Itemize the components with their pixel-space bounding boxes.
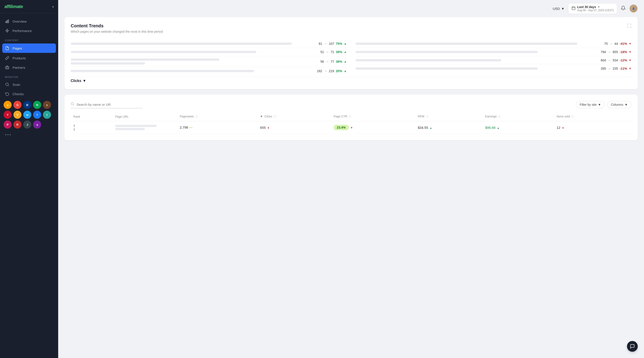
sidebar-item-checks-label: Checks	[12, 92, 24, 96]
partner-icon-amazon[interactable]: a	[4, 101, 12, 109]
table-header-row: Rank Page URL Pageviews ⓘ ▼ Cl	[71, 113, 632, 121]
trend-down-icon: ▼	[629, 42, 632, 45]
topbar: USD ▼ Last 30 days ▼ Aug 08 - Sep 07, 20…	[58, 0, 644, 17]
partner-icon-n6[interactable]: f	[33, 111, 41, 119]
pageviews-dash-icon: —	[189, 125, 193, 129]
trend-down-icon: ▼	[629, 50, 632, 54]
partner-icon-n11[interactable]: a	[33, 120, 41, 129]
trend-from: 56	[320, 60, 324, 63]
col-clicks[interactable]: ▼ Clicks ⓘ	[257, 113, 331, 121]
clicks-metric-dropdown[interactable]: Clicks ▼	[71, 77, 632, 83]
trend-bar	[356, 43, 577, 45]
sidebar-toggle-button[interactable]: ‹	[52, 4, 54, 9]
ctr-info-icon: ⓘ	[349, 115, 351, 118]
search-filter-row: Filter by site ▼ Columns ▼	[71, 101, 632, 108]
sidebar-item-pages[interactable]: Pages	[2, 44, 56, 53]
partner-icon-booking[interactable]: B	[23, 101, 31, 109]
date-range-text: Last 30 days ▼ Aug 08 - Sep 07, 2020 (CE…	[577, 5, 614, 12]
table-header: Rank Page URL Pageviews ⓘ ▼ Cl	[71, 113, 632, 121]
items-sold-cell: 12 ▼	[554, 121, 632, 134]
trend-row-pos-4: 182 → 219 20% ▲	[71, 67, 346, 75]
trend-from: 182	[317, 69, 322, 73]
sidebar-item-products[interactable]: Products	[0, 53, 58, 63]
search-input[interactable]	[76, 103, 142, 106]
partner-icon-google[interactable]: G	[14, 101, 22, 109]
earnings-info-icon: ⓘ	[498, 115, 500, 118]
trend-page-bar-3	[71, 59, 318, 65]
trend-arrow-icon: →	[608, 50, 611, 54]
currency-selector[interactable]: USD ▼	[553, 7, 564, 11]
sidebar-item-overview-label: Overview	[12, 20, 27, 23]
rank-cell: 1 1	[71, 121, 112, 134]
trend-from: 75	[604, 42, 608, 46]
content-trends-card: Content Trends Which pages on your websi…	[64, 17, 638, 89]
chat-support-button[interactable]	[627, 341, 638, 352]
search-box[interactable]	[71, 101, 142, 108]
partner-icon-n3[interactable]: Y	[4, 111, 12, 119]
trend-nums-2: 51 → 71 39% ▲	[320, 50, 346, 54]
clicks-cell: 655 ▼	[257, 121, 331, 134]
sidebar-item-partners[interactable]: Partners	[0, 63, 58, 72]
svg-rect-0	[6, 21, 6, 23]
columns-chevron-icon: ▼	[624, 103, 628, 106]
table-row: 1 1 2,798	[71, 121, 632, 134]
trend-bar-extra	[71, 62, 145, 65]
partner-icon-n2[interactable]: c	[43, 101, 51, 109]
trend-page-bar-n4	[356, 67, 598, 70]
rpm-info-icon: ⓘ	[426, 115, 428, 118]
user-avatar[interactable]: 👤	[629, 4, 638, 13]
partner-icon-n1[interactable]: N	[33, 101, 41, 109]
svg-point-11	[71, 103, 74, 105]
sidebar-item-overview[interactable]: Overview	[0, 17, 58, 26]
trend-change: -41%	[620, 42, 627, 46]
trend-up-icon: ▲	[344, 60, 346, 63]
date-range-sub: Aug 08 - Sep 07, 2020 (CEST)	[577, 9, 614, 12]
trend-to: 44	[614, 42, 618, 46]
data-table: Rank Page URL Pageviews ⓘ ▼ Cl	[71, 113, 632, 134]
col-rpm: RPM ⓘ	[415, 113, 482, 121]
url-bar-line	[115, 125, 157, 127]
trend-arrow-icon: →	[610, 42, 613, 46]
trend-from: 51	[320, 50, 324, 54]
svg-rect-1	[7, 20, 8, 23]
trends-positive-column: 61 → 107 75% ▲ 51	[71, 40, 346, 75]
partner-icon-n9[interactable]: R	[14, 120, 22, 129]
more-partners-button[interactable]: •••	[0, 131, 58, 141]
items-sold-down-icon: ▼	[562, 127, 564, 129]
url-bar-line-short	[115, 128, 145, 130]
currency-chevron-icon: ▼	[561, 7, 564, 11]
logo: affilimate	[4, 4, 23, 9]
trend-down-icon: ▼	[629, 67, 632, 70]
svg-marker-3	[6, 29, 9, 33]
trend-to: 655	[613, 50, 618, 54]
filter-by-site-button[interactable]: Filter by site ▼	[576, 101, 605, 108]
clicks-value: 655	[260, 126, 266, 129]
date-range-selector[interactable]: Last 30 days ▼ Aug 08 - Sep 07, 2020 (CE…	[568, 3, 617, 14]
trend-row-pos-3: 56 → 77 38% ▲	[71, 56, 346, 67]
card-header-text: Content Trends Which pages on your websi…	[71, 23, 163, 40]
url-bar	[115, 125, 174, 130]
sidebar-item-performance[interactable]: Performance	[0, 26, 58, 35]
earnings-up-icon: ▲	[497, 127, 500, 129]
sidebar-item-checks[interactable]: Checks	[0, 89, 58, 99]
partner-icon-n5[interactable]: w	[23, 111, 31, 119]
columns-button[interactable]: Columns ▼	[607, 101, 632, 108]
trend-row-pos-1: 61 → 107 75% ▲	[71, 40, 346, 48]
partner-icon-n4[interactable]: V	[14, 111, 22, 119]
partner-icon-n10[interactable]: J	[23, 120, 31, 129]
notifications-bell-icon[interactable]	[621, 6, 626, 12]
partner-icon-n7[interactable]: t	[43, 111, 51, 119]
expand-icon[interactable]: ⛶	[627, 23, 632, 29]
trend-to: 107	[329, 42, 334, 46]
partner-icon-n8[interactable]: P	[4, 120, 12, 129]
pages-table-card: Filter by site ▼ Columns ▼ Rank	[64, 95, 638, 140]
trend-nums-n3: 604 → 534 -12% ▼	[601, 59, 632, 62]
table-body: 1 1 2,798	[71, 121, 632, 134]
sidebar-item-pages-label: Pages	[12, 46, 22, 50]
sidebar-item-scan[interactable]: Scan	[0, 80, 58, 89]
trend-bar	[71, 70, 254, 72]
trend-bar	[71, 59, 219, 61]
card-header: Content Trends Which pages on your websi…	[71, 23, 632, 40]
trend-change: 75%	[336, 42, 342, 46]
link-icon	[5, 56, 10, 60]
